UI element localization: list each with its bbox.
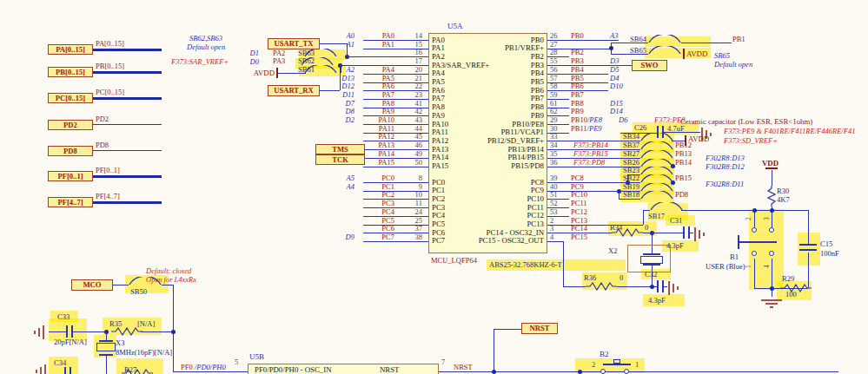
note-f373-sar-vref: F373:SAR_VREF+ xyxy=(171,57,229,66)
mcu-pin-name[interactable]: PC8 xyxy=(431,178,544,187)
crystal-x2-body xyxy=(640,256,663,264)
button-contact[interactable] xyxy=(624,369,629,374)
mcu-pin-name[interactable]: PB10/PE8 xyxy=(431,120,544,128)
port-swo[interactable]: SWO xyxy=(632,60,667,71)
mcu-pin-name[interactable]: PC12 xyxy=(431,211,544,220)
pin-number: 8 xyxy=(393,174,422,182)
wire xyxy=(113,285,129,285)
cap-c15-ref[interactable]: C15 xyxy=(820,239,832,248)
mcu-pin-name[interactable]: PB3 xyxy=(431,61,544,69)
wire xyxy=(162,285,173,285)
pin-number: 40 xyxy=(550,182,558,191)
xtal-x3-ref[interactable]: X3 xyxy=(116,338,124,347)
res-r30-ref[interactable]: R30 xyxy=(777,187,789,195)
note-sb50-open-l4xxrx: Open for L4xxRx xyxy=(146,275,196,284)
mcu-pin-name[interactable]: PB0 xyxy=(431,36,544,44)
solder-bridge-label-sb50[interactable]: SB50 xyxy=(130,287,147,296)
port-pa015[interactable]: PA[0..15] xyxy=(48,44,93,55)
mcu-pin-name[interactable]: PB7 xyxy=(431,94,544,102)
junction-dot xyxy=(752,208,757,213)
res-r34-value: 0 xyxy=(645,223,648,232)
solder-bridge-label-sb17[interactable]: SB17 xyxy=(648,212,665,220)
solder-bridge-label-sb19[interactable]: SB19 xyxy=(615,182,639,191)
solder-bridge-label-sb61[interactable]: SB61 xyxy=(298,65,315,74)
mcu-pin-name[interactable]: PC14 - OSC32_IN xyxy=(431,228,544,237)
power-label-vdd: VDD xyxy=(762,159,779,167)
pin-number: 30 xyxy=(550,124,558,133)
button-contact[interactable] xyxy=(769,251,774,256)
mcu-pin-name[interactable]: PB12/SD_VREF+ xyxy=(431,136,544,145)
mcu-pin-name[interactable]: PC15 - OSC32_OUT xyxy=(431,236,544,245)
net-label-main: PC8 xyxy=(571,174,584,182)
arduino-label-d0: D0 xyxy=(245,57,259,66)
net-label: PC2 xyxy=(354,190,394,199)
junction-dot xyxy=(171,330,176,334)
mcu-pin-name[interactable]: PB11/VCAP1 xyxy=(431,128,544,136)
solder-bridge-label-sb18[interactable]: SB18 xyxy=(615,190,639,199)
mcu-pin-name[interactable]: PB9 xyxy=(431,111,544,120)
pin-number: 61 xyxy=(550,99,558,108)
button-contact[interactable] xyxy=(752,251,757,256)
mcu-pin-name[interactable]: PB8 xyxy=(431,102,544,111)
res-r34-ref[interactable]: R34 xyxy=(610,223,622,232)
solder-bridge-label-sb65[interactable]: SB65 xyxy=(622,46,646,55)
mcu-pin-name[interactable]: PC13 xyxy=(431,220,544,228)
xtal-x2-ref[interactable]: X2 xyxy=(608,246,617,255)
mcu-pin-name[interactable]: PC9 xyxy=(431,186,544,194)
mcu-pin-name[interactable]: PB4 xyxy=(431,69,544,77)
mcu-pin-name[interactable]: PB5 xyxy=(431,77,544,86)
solder-bridge-label-sb64[interactable]: SB64 xyxy=(622,35,646,43)
solder-bridge-arc xyxy=(648,35,681,45)
button-contact[interactable] xyxy=(752,227,757,233)
button-b2-plunger xyxy=(613,359,620,364)
port-mco[interactable]: MCO xyxy=(71,279,113,291)
port-pf01[interactable]: PF[0..1] xyxy=(48,171,93,181)
solder-bridge-label-sb37[interactable]: SB37 xyxy=(615,141,639,149)
mcu-pin-name[interactable]: PB13/PB14 xyxy=(431,145,544,154)
res-r27-ref[interactable]: R27 xyxy=(124,365,136,374)
cap-c26-ref[interactable]: C26 xyxy=(634,123,646,132)
port-pd8[interactable]: PD8 xyxy=(48,146,93,156)
button-contact[interactable] xyxy=(769,227,774,233)
mcu-pin-name[interactable]: PB2 xyxy=(431,52,544,61)
power-label-avdd-top: AVDD xyxy=(686,49,707,58)
junction-dot xyxy=(578,370,582,374)
wire xyxy=(49,331,66,332)
solder-bridge-label-sb22[interactable]: SB22 xyxy=(615,174,639,182)
port-pd2[interactable]: PD2 xyxy=(48,120,93,130)
button-contact[interactable] xyxy=(600,369,606,374)
mcu-pin-name[interactable]: PB15/PD8 xyxy=(431,161,544,170)
port-nrst[interactable]: NRST xyxy=(521,323,558,334)
net-label-main: PC11 xyxy=(571,199,587,207)
cap-c31-ref[interactable]: C31 xyxy=(670,216,682,225)
mcu-pin-name[interactable]: PB1/VREF+ xyxy=(431,43,544,52)
res-r36-ref[interactable]: R36 xyxy=(584,273,596,282)
res-r29-ref[interactable]: R29 xyxy=(782,274,794,283)
solder-bridge-label-sb34[interactable]: SB34 xyxy=(615,132,639,141)
power-bar xyxy=(765,167,778,169)
port-pc015[interactable]: PC[0..15] xyxy=(48,93,93,103)
solder-bridge-label-sb27[interactable]: SB27 xyxy=(615,149,639,158)
net-label: PB13 xyxy=(675,149,692,158)
net-label: PB11/PE9 xyxy=(571,124,602,133)
net-label-main: PB4 xyxy=(571,65,584,74)
port-pf47[interactable]: PF[4..7] xyxy=(48,197,93,207)
net-label: PA5 xyxy=(354,74,394,82)
mcu-pin-name[interactable]: PC11 xyxy=(431,203,544,212)
net-label: PB7 xyxy=(571,90,584,99)
res-r35-ref[interactable]: R35 xyxy=(109,319,122,328)
solder-bridge-arc xyxy=(640,191,673,201)
mcu-pin-name[interactable]: PB6 xyxy=(431,86,544,95)
solder-bridge-label-sb62[interactable]: SB62 xyxy=(298,56,315,65)
cap-c32-ref[interactable]: C32 xyxy=(645,270,657,279)
mcu-pin-name[interactable]: PC10 xyxy=(431,194,544,203)
note-default-open: Default open xyxy=(187,43,225,51)
net-label: PD8 xyxy=(96,141,109,149)
mcu-pin-name[interactable]: PB14/PB15 xyxy=(431,153,544,161)
cap-c33-ref[interactable]: C33 xyxy=(57,312,70,321)
arduino-pin-label: A1 xyxy=(328,40,354,49)
port-usart-rx[interactable]: USART_RX xyxy=(268,85,320,96)
crystal-x3-body[interactable] xyxy=(96,343,116,351)
cap-c34-ref[interactable]: C34 xyxy=(54,358,66,367)
port-pb015[interactable]: PB[0..15] xyxy=(48,67,93,77)
